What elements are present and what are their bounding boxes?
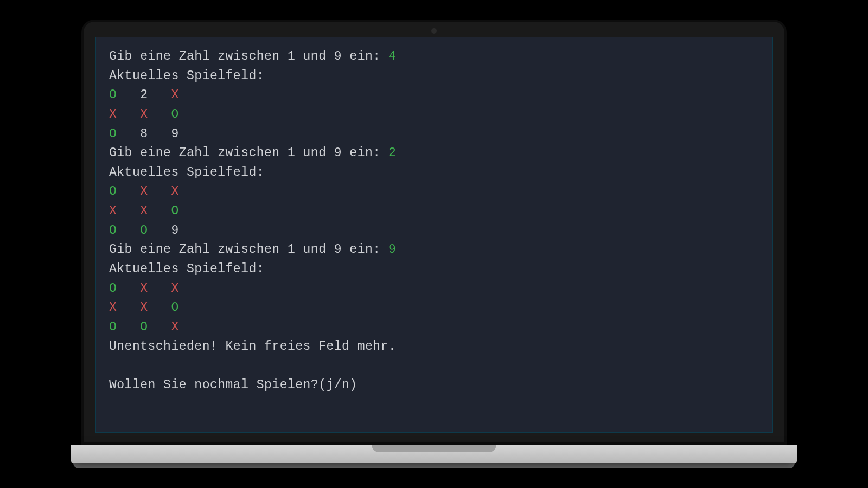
laptop-bezel: Gib eine Zahl zwischen 1 und 9 ein: 4Akt… [81,20,787,445]
board-cell: O [140,320,148,334]
board-header: Aktuelles Spielfeld: [109,163,759,183]
webcam-icon [431,28,437,34]
result-message: Unentschieden! Kein freies Feld mehr. [109,337,759,357]
board-row: O O X [109,318,759,337]
input-prompt-line: Gib eine Zahl zwischen 1 und 9 ein: 2 [109,144,759,163]
replay-prompt[interactable]: Wollen Sie nochmal Spielen?(j/n) [109,376,759,395]
board-cell: O [109,127,117,141]
board-header: Aktuelles Spielfeld: [109,260,759,279]
board-cell: O [140,223,148,237]
board-cell: O [109,223,117,237]
board-cell: O [109,88,117,102]
user-input[interactable]: 4 [388,49,396,63]
result-text: Unentschieden! Kein freies Feld mehr. [109,339,396,354]
prompt-text: Gib eine Zahl zwischen 1 und 9 ein: [109,242,388,256]
board-cell: O [171,300,178,314]
input-prompt-line: Gib eine Zahl zwischen 1 und 9 ein: 9 [109,240,759,260]
board-row: O 2 X [109,86,759,105]
board-row: X X O [109,202,759,221]
board-row: O 8 9 [109,125,759,144]
board-cell: 9 [171,223,178,237]
board-row: O X X [109,279,759,299]
laptop-mockup: Gib eine Zahl zwischen 1 und 9 ein: 4Akt… [81,20,787,468]
board-cell: X [109,204,117,218]
board-cell: X [140,281,148,296]
board-header-text: Aktuelles Spielfeld: [109,165,264,179]
board-row: X X O [109,298,759,318]
board-cell: X [171,320,178,334]
replay-prompt-text: Wollen Sie nochmal Spielen?(j/n) [109,378,358,392]
board-cell: X [109,107,117,121]
board-cell: X [140,300,148,314]
terminal-output[interactable]: Gib eine Zahl zwischen 1 und 9 ein: 4Akt… [95,37,773,433]
board-cell: O [171,204,178,218]
board-cell: X [171,184,178,198]
board-row: X X O [109,105,759,125]
board-header-text: Aktuelles Spielfeld: [109,69,264,83]
prompt-text: Gib eine Zahl zwischen 1 und 9 ein: [109,146,388,160]
user-input[interactable]: 9 [388,242,396,256]
board-cell: 9 [171,127,178,141]
board-row: O O 9 [109,221,759,241]
board-cell: O [109,320,117,334]
laptop-base [71,445,797,463]
board-cell: 8 [140,127,148,141]
user-input[interactable]: 2 [388,146,396,160]
board-cell: X [171,88,178,102]
board-cell: X [140,204,148,218]
laptop-foot [73,463,795,468]
board-cell: O [171,107,178,121]
board-cell: X [109,300,117,314]
board-cell: X [140,107,148,121]
board-cell: X [140,184,148,198]
trackpad-notch [372,445,496,452]
input-prompt-line: Gib eine Zahl zwischen 1 und 9 ein: 4 [109,47,759,67]
board-cell: 2 [140,88,148,102]
board-cell: X [171,281,178,296]
board-header: Aktuelles Spielfeld: [109,67,759,86]
board-header-text: Aktuelles Spielfeld: [109,262,264,276]
prompt-text: Gib eine Zahl zwischen 1 und 9 ein: [109,49,388,63]
board-cell: O [109,184,117,198]
blank-line [109,356,759,376]
board-row: O X X [109,182,759,202]
board-cell: O [109,281,117,296]
